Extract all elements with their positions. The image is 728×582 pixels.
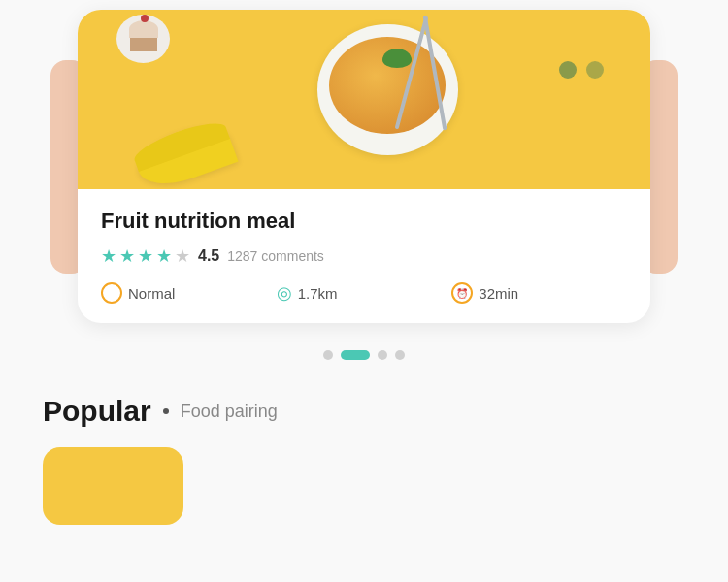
card-title: Fruit nutrition meal	[101, 209, 627, 234]
dot-2-active[interactable]	[341, 350, 370, 360]
star-5: ★	[175, 245, 190, 267]
dot-1[interactable]	[323, 350, 333, 360]
banana	[136, 131, 233, 179]
popular-header: Popular Food pairing	[43, 395, 685, 428]
distance-label: 1.7km	[298, 285, 338, 302]
dot-4[interactable]	[395, 350, 405, 360]
card-content: Fruit nutrition meal ★ ★ ★ ★ ★ 4.5 1287 …	[78, 189, 650, 323]
olives	[556, 58, 607, 85]
meta-time: ⏰ 32min	[451, 282, 627, 304]
comments-count: 1287 comments	[227, 248, 324, 264]
star-4: ★	[156, 245, 172, 267]
pasta-plate	[317, 19, 473, 155]
popular-title: Popular	[43, 395, 151, 428]
food-card-1[interactable]	[43, 447, 183, 525]
star-1: ★	[101, 245, 116, 267]
meta-distance: ◎ 1.7km	[277, 282, 452, 304]
meta-difficulty: Normal	[101, 282, 277, 304]
popular-dot-separator	[163, 408, 169, 414]
main-card: Fruit nutrition meal ★ ★ ★ ★ ★ 4.5 1287 …	[78, 10, 650, 323]
food-scene	[78, 10, 650, 189]
popular-subtitle: Food pairing	[181, 402, 278, 422]
dots-indicator	[323, 350, 405, 360]
star-2: ★	[119, 245, 135, 267]
difficulty-icon	[101, 282, 122, 304]
cupcake	[116, 15, 170, 63]
rating-number: 4.5	[198, 247, 219, 265]
time-label: 32min	[479, 285, 518, 302]
difficulty-label: Normal	[128, 285, 175, 302]
stars: ★ ★ ★ ★ ★	[101, 245, 190, 267]
clock-icon: ⏰	[451, 282, 473, 304]
card-rating: ★ ★ ★ ★ ★ 4.5 1287 comments	[101, 245, 627, 267]
food-cards-row	[43, 447, 685, 525]
dot-3[interactable]	[378, 350, 387, 360]
card-meta: Normal ◎ 1.7km ⏰ 32min	[101, 282, 627, 304]
popular-section: Popular Food pairing	[0, 395, 728, 525]
location-icon: ◎	[277, 282, 292, 304]
star-3: ★	[138, 245, 153, 267]
carousel-area: Fruit nutrition meal ★ ★ ★ ★ ★ 4.5 1287 …	[0, 10, 728, 323]
card-image	[78, 10, 650, 189]
